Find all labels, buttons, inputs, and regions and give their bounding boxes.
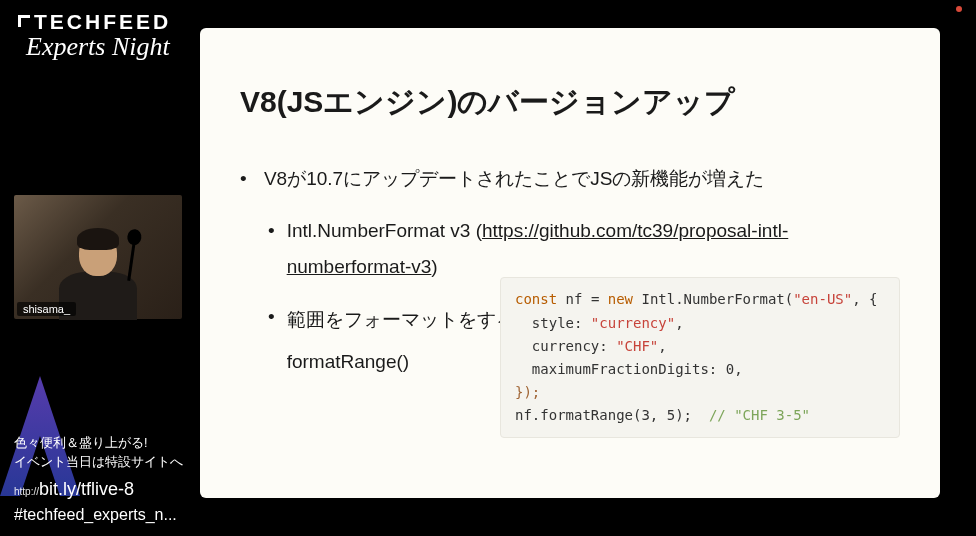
brand-logo: TECHFEED Experts Night <box>18 10 171 62</box>
slide-title: V8(JSエンジン)のバージョンアップ <box>240 82 885 123</box>
sub-bullet-1: Intl.NumberFormat v3 (https://github.com… <box>268 213 885 285</box>
presenter-name-badge: shisama_ <box>17 302 76 316</box>
promo-text-1: 色々便利＆盛り上がる! <box>14 435 226 452</box>
bullet-text-1: V8が10.7にアップデートされたことでJSの新機能が増えた <box>264 168 764 189</box>
sub1-suffix: ) <box>431 256 437 277</box>
sub1-prefix: Intl.NumberFormat v3 ( <box>287 220 482 241</box>
promo-text-2: イベント当日は特設サイトへ <box>14 454 226 471</box>
promo-url-row: http://bit.ly/tflive-8 <box>14 479 226 500</box>
recording-indicator-icon <box>956 6 962 12</box>
promo-hashtag: #techfeed_experts_n... <box>14 506 226 524</box>
presenter-webcam: shisama_ <box>14 195 182 319</box>
code-snippet: const nf = new Intl.NumberFormat("en-US"… <box>500 277 900 438</box>
promo-url-prefix: http:// <box>14 486 39 497</box>
sub2-text: 範囲をフォーマットをするformatRange() <box>287 299 517 383</box>
logo-main: TECHFEED <box>18 10 171 34</box>
presentation-slide: V8(JSエンジン)のバージョンアップ V8が10.7にアップデートされたことで… <box>200 28 940 498</box>
logo-subtitle: Experts Night <box>26 32 171 62</box>
promo-url: bit.ly/tflive-8 <box>39 479 134 499</box>
